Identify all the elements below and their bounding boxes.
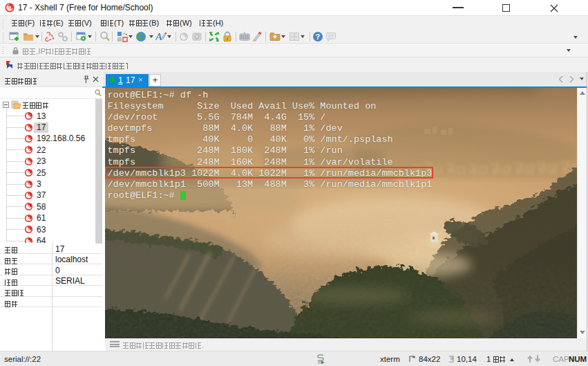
svg-text:?: ? bbox=[316, 33, 321, 41]
svg-text:A: A bbox=[155, 31, 162, 42]
